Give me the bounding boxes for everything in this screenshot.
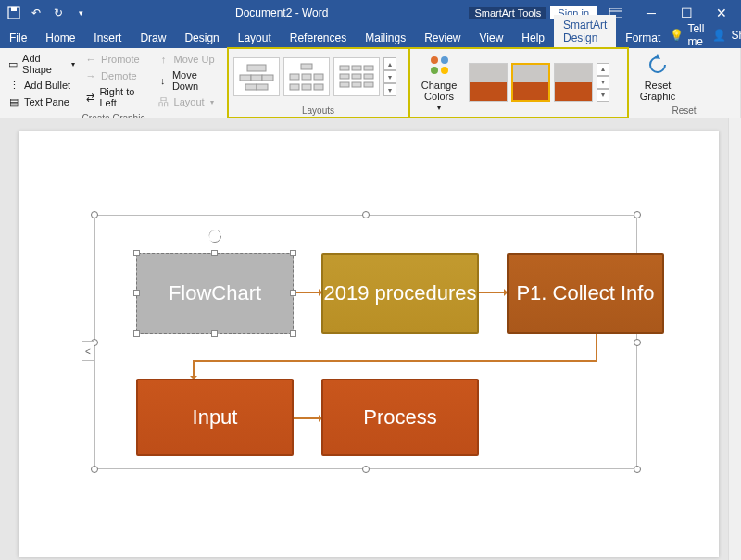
node-flowchart-selected[interactable]: FlowChart ⟳ (136, 253, 294, 334)
svg-rect-6 (251, 75, 262, 81)
tab-design[interactable]: Design (175, 28, 228, 48)
reset-icon (645, 52, 671, 78)
connector (193, 360, 597, 362)
node-process[interactable]: Process (321, 379, 479, 456)
tab-format[interactable]: Format (616, 28, 670, 48)
tab-mailings[interactable]: Mailings (356, 28, 415, 48)
share-label: Share (731, 29, 741, 42)
vertical-scrollbar[interactable] (728, 118, 741, 560)
shape-handle[interactable] (133, 250, 140, 256)
styles-gallery-scroll[interactable]: ▴▾▾ (597, 63, 609, 102)
add-bullet-button[interactable]: ⋮Add Bullet (6, 78, 77, 93)
qat-customize-icon[interactable]: ▾ (72, 5, 89, 21)
tab-layout[interactable]: Layout (229, 28, 281, 48)
tell-me-button[interactable]: 💡 Tell me (670, 22, 707, 48)
text-pane-icon: ▤ (7, 95, 20, 108)
text-pane-button[interactable]: ▤Text Pane (6, 94, 77, 109)
style-option-1[interactable] (469, 63, 508, 102)
tab-review[interactable]: Review (415, 28, 470, 48)
add-shape-button[interactable]: ▭Add Shape▾ (6, 52, 77, 76)
group-label-layouts: Layouts (228, 106, 408, 118)
shape-handle[interactable] (133, 330, 140, 337)
tab-home[interactable]: Home (36, 28, 84, 48)
tab-references[interactable]: References (281, 28, 356, 48)
rotate-handle[interactable]: ⟳ (208, 230, 221, 243)
resize-handle[interactable] (634, 466, 641, 473)
tab-file[interactable]: File (0, 28, 36, 48)
group-reset: Reset Graphic Reset (628, 48, 741, 118)
change-colors-button[interactable]: Change Colors▾ (415, 52, 463, 112)
rotate-icon: ⟳ (207, 224, 223, 248)
connector (294, 292, 321, 293)
node-collect-info[interactable]: P1. Collect Info (507, 253, 664, 334)
save-icon[interactable] (6, 5, 22, 21)
shape-handle[interactable] (133, 290, 140, 296)
share-button[interactable]: 👤 Share (710, 27, 741, 44)
tab-smartart-design[interactable]: SmartArt Design (554, 15, 616, 48)
move-down-button[interactable]: ↓Move Down (156, 68, 221, 93)
resize-handle[interactable] (362, 211, 370, 218)
smartart-frame[interactable]: < FlowChart ⟳ 2019 p (94, 215, 637, 469)
chevron-up-icon[interactable]: ▴ (597, 63, 609, 76)
lightbulb-icon: 💡 (670, 27, 684, 44)
node-input[interactable]: Input (136, 379, 294, 456)
shape-handle[interactable] (290, 330, 296, 337)
move-up-button[interactable]: ↑Move Up (156, 52, 221, 67)
svg-rect-1 (11, 7, 17, 11)
maximize-icon[interactable]: ☐ (671, 5, 702, 21)
group-layouts: ▴▾▾ Layouts (228, 48, 409, 118)
tab-help[interactable]: Help (512, 28, 554, 48)
chevron-down-icon[interactable]: ▾ (383, 70, 396, 83)
style-option-2[interactable] (511, 63, 550, 102)
undo-icon[interactable]: ↶ (28, 5, 44, 21)
svg-rect-10 (301, 64, 312, 69)
gallery-expand-icon[interactable]: ▾ (597, 89, 609, 102)
shape-handle[interactable] (290, 290, 296, 296)
resize-handle[interactable] (362, 466, 370, 473)
svg-rect-17 (340, 66, 349, 70)
page[interactable]: < FlowChart ⟳ 2019 p (19, 131, 719, 557)
right-to-left-button[interactable]: ⇄Right to Left (82, 85, 150, 109)
title-bar: ↶ ↻ ▾ Document2 - Word SmartArt Tools Si… (0, 0, 741, 26)
shape-handle[interactable] (211, 330, 218, 337)
tab-insert[interactable]: Insert (84, 28, 131, 48)
text-pane-toggle[interactable]: < (82, 341, 94, 361)
tab-draw[interactable]: Draw (131, 28, 175, 48)
svg-rect-21 (352, 74, 361, 79)
layout-option-3[interactable] (333, 57, 380, 96)
shape-handle[interactable] (211, 250, 218, 256)
svg-rect-15 (302, 84, 311, 90)
redo-icon[interactable]: ↻ (50, 5, 67, 21)
node-label: Input (193, 405, 238, 429)
reset-graphic-button[interactable]: Reset Graphic (634, 52, 682, 102)
svg-rect-24 (352, 82, 361, 87)
promote-button[interactable]: ←Promote (82, 52, 150, 67)
shape-handle[interactable] (290, 250, 296, 256)
resize-handle[interactable] (91, 211, 98, 218)
add-bullet-icon: ⋮ (7, 79, 20, 92)
svg-rect-20 (340, 74, 349, 79)
group-smartart-styles: Change Colors▾ ▴▾▾ SmartArt Styles (409, 48, 628, 118)
style-option-3[interactable] (554, 63, 593, 102)
resize-handle[interactable] (634, 339, 641, 346)
demote-button[interactable]: →Demote (82, 68, 150, 83)
layout-button[interactable]: 品Layout▾ (156, 94, 221, 109)
group-label-reset: Reset (628, 106, 740, 118)
svg-rect-13 (314, 74, 323, 80)
document-title: Document2 - Word (94, 6, 469, 19)
minimize-icon[interactable]: ─ (635, 5, 667, 21)
close-icon[interactable]: ✕ (706, 5, 737, 21)
layout-option-1[interactable] (233, 57, 280, 96)
layout-option-2[interactable] (283, 57, 330, 96)
ribbon-tabs: File Home Insert Draw Design Layout Refe… (0, 26, 741, 48)
resize-handle[interactable] (91, 466, 98, 473)
gallery-expand-icon[interactable]: ▾ (383, 83, 396, 96)
chevron-up-icon[interactable]: ▴ (383, 57, 396, 70)
svg-rect-5 (240, 75, 251, 81)
tab-view[interactable]: View (471, 28, 513, 48)
chevron-down-icon[interactable]: ▾ (597, 76, 609, 89)
resize-handle[interactable] (634, 211, 641, 218)
node-procedures[interactable]: 2019 procedures (321, 253, 479, 334)
layouts-gallery-scroll[interactable]: ▴▾▾ (383, 57, 396, 96)
arrow-right-icon: → (84, 69, 97, 82)
